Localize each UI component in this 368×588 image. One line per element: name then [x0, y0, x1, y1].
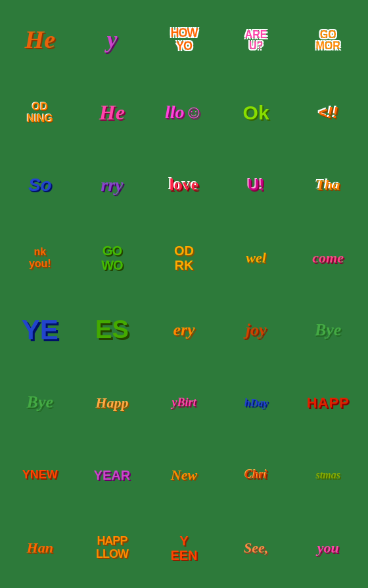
sticker-text-26: Bye: [27, 393, 53, 412]
sticker-cell-9[interactable]: Ok: [221, 78, 291, 148]
sticker-text-36: Han: [27, 540, 53, 556]
sticker-cell-19[interactable]: wel: [221, 223, 291, 293]
sticker-text-32: YEAR: [94, 468, 131, 482]
sticker-text-11: So: [28, 175, 52, 196]
sticker-text-27: Happ: [95, 395, 128, 411]
sticker-cell-21[interactable]: YE: [5, 295, 75, 366]
sticker-cell-10[interactable]: <!!: [293, 78, 363, 148]
sticker-cell-28[interactable]: yBirt: [149, 368, 219, 438]
sticker-text-15: Tha: [316, 177, 340, 193]
sticker-cell-17[interactable]: GO WO: [78, 223, 147, 293]
sticker-text-14: U!: [248, 177, 264, 194]
sticker-text-18: OD RK: [174, 243, 194, 272]
sticker-cell-16[interactable]: nk you!: [5, 223, 75, 293]
sticker-cell-8[interactable]: llo☺: [149, 78, 219, 148]
sticker-cell-25[interactable]: Bye: [293, 295, 363, 366]
sticker-text-21: YE: [22, 315, 58, 345]
sticker-cell-18[interactable]: OD RK: [149, 223, 219, 293]
sticker-cell-24[interactable]: joy: [221, 295, 291, 366]
sticker-cell-2[interactable]: y: [78, 5, 147, 75]
sticker-cell-20[interactable]: come: [293, 223, 363, 293]
sticker-text-7: He: [99, 101, 125, 124]
sticker-text-25: Bye: [315, 321, 341, 340]
sticker-text-3: HOW YO: [170, 27, 197, 53]
sticker-cell-11[interactable]: So: [5, 150, 75, 220]
sticker-cell-5[interactable]: GO MOR: [293, 5, 363, 75]
sticker-text-23: ery: [173, 321, 195, 340]
sticker-cell-14[interactable]: U!: [221, 150, 291, 220]
sticker-cell-23[interactable]: ery: [149, 295, 219, 366]
sticker-cell-31[interactable]: YNEW: [5, 440, 75, 511]
sticker-cell-30[interactable]: HAPP: [293, 368, 363, 438]
sticker-text-4: ARE U?: [245, 29, 267, 52]
sticker-text-38: Y EEN: [170, 534, 197, 562]
sticker-text-33: New: [171, 467, 197, 483]
sticker-cell-27[interactable]: Happ: [78, 368, 147, 438]
sticker-text-35: stmas: [316, 469, 340, 481]
sticker-cell-3[interactable]: HOW YO: [149, 5, 219, 75]
sticker-cell-22[interactable]: ES: [78, 295, 147, 366]
sticker-cell-12[interactable]: rry: [78, 150, 147, 220]
sticker-cell-39[interactable]: See,: [221, 513, 291, 583]
sticker-cell-34[interactable]: Chri: [221, 440, 291, 511]
sticker-cell-4[interactable]: ARE U?: [221, 5, 291, 75]
sticker-text-19: wel: [246, 250, 266, 266]
sticker-text-12: rry: [101, 175, 123, 196]
sticker-text-6: OD NING: [27, 101, 53, 124]
sticker-cell-29[interactable]: hDay: [221, 368, 291, 438]
sticker-text-10: <!!: [318, 104, 338, 121]
sticker-text-17: GO WO: [101, 243, 122, 272]
sticker-cell-33[interactable]: New: [149, 440, 219, 511]
sticker-cell-35[interactable]: stmas: [293, 440, 363, 511]
sticker-cell-38[interactable]: Y EEN: [149, 513, 219, 583]
sticker-cell-15[interactable]: Tha: [293, 150, 363, 220]
sticker-text-31: YNEW: [22, 469, 58, 482]
sticker-grid: HeyHOW YOARE U?GO MOROD NINGHello☺Ok<!!S…: [0, 0, 368, 588]
sticker-cell-36[interactable]: Han: [5, 513, 75, 583]
sticker-text-24: joy: [246, 321, 267, 340]
sticker-cell-37[interactable]: HAPP LLOW: [78, 513, 147, 583]
sticker-cell-13[interactable]: love: [149, 150, 219, 220]
sticker-text-40: you: [317, 540, 339, 556]
sticker-cell-26[interactable]: Bye: [5, 368, 75, 438]
sticker-text-5: GO MOR: [316, 29, 340, 52]
sticker-cell-6[interactable]: OD NING: [5, 78, 75, 148]
sticker-text-30: HAPP: [307, 395, 350, 411]
sticker-text-13: love: [170, 176, 199, 195]
sticker-text-34: Chri: [245, 469, 267, 482]
sticker-text-2: y: [106, 27, 117, 53]
sticker-text-20: come: [312, 250, 344, 266]
sticker-text-29: hDay: [244, 397, 268, 409]
sticker-text-8: llo☺: [165, 102, 203, 123]
sticker-text-28: yBirt: [172, 396, 196, 410]
sticker-cell-40[interactable]: you: [293, 513, 363, 583]
sticker-text-39: See,: [244, 540, 268, 556]
sticker-text-37: HAPP LLOW: [96, 535, 128, 561]
sticker-text-22: ES: [95, 316, 129, 344]
sticker-text-16: nk you!: [29, 246, 51, 269]
sticker-cell-1[interactable]: He: [5, 5, 75, 75]
sticker-text-1: He: [25, 26, 55, 54]
sticker-text-9: Ok: [243, 102, 269, 123]
sticker-cell-32[interactable]: YEAR: [78, 440, 147, 511]
sticker-cell-7[interactable]: He: [78, 78, 147, 148]
